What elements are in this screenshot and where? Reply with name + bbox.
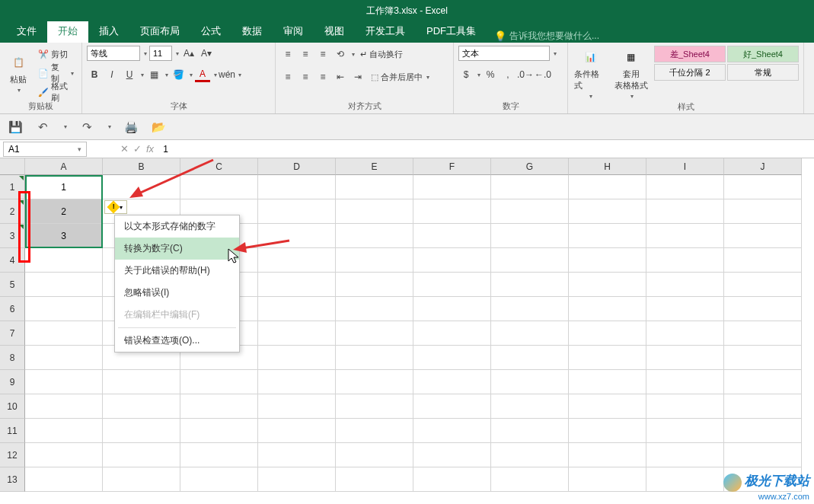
- tab-pagelayout[interactable]: 页面布局: [129, 20, 190, 43]
- formula-input[interactable]: 1: [163, 144, 168, 155]
- row-header-3[interactable]: 3: [0, 224, 25, 248]
- col-header-H[interactable]: H: [569, 158, 646, 175]
- fill-color-icon[interactable]: 🪣: [171, 67, 186, 82]
- redo-icon[interactable]: ↷: [79, 120, 94, 135]
- style-good[interactable]: 好_Sheet4: [727, 46, 799, 62]
- styles-label: 样式: [573, 101, 799, 114]
- row-header-10[interactable]: 10: [0, 394, 25, 419]
- wrap-text-button[interactable]: ↵自动换行: [357, 46, 406, 62]
- row-header-7[interactable]: 7: [0, 321, 25, 346]
- row-header-11[interactable]: 11: [0, 419, 25, 443]
- tell-me[interactable]: 💡 告诉我您想要做什么...: [494, 30, 599, 43]
- format-table-button[interactable]: ▦ 套用 表格格式▾: [611, 46, 651, 101]
- orientation-icon[interactable]: ⟲: [333, 46, 348, 62]
- print-preview-icon[interactable]: 🖨️: [123, 120, 139, 135]
- decrease-font-icon[interactable]: A▾: [199, 46, 214, 61]
- align-left-icon[interactable]: ≡: [280, 69, 295, 85]
- decrease-decimal-icon[interactable]: ←.0: [535, 67, 551, 82]
- paste-button[interactable]: 📋 粘贴 ▾: [5, 46, 32, 100]
- align-right-icon[interactable]: ≡: [315, 69, 330, 85]
- phonetic-icon[interactable]: wén: [219, 67, 235, 82]
- row-header-2[interactable]: 2: [0, 199, 25, 224]
- percent-icon[interactable]: %: [483, 67, 498, 82]
- fx-icon[interactable]: fx: [146, 143, 154, 155]
- tab-view[interactable]: 视图: [314, 20, 355, 43]
- align-center-icon[interactable]: ≡: [298, 69, 313, 85]
- cell-B1[interactable]: [103, 175, 180, 199]
- tab-data[interactable]: 数据: [231, 20, 273, 43]
- row-header-9[interactable]: 9: [0, 370, 25, 394]
- col-header-A[interactable]: A: [25, 158, 103, 175]
- open-icon[interactable]: 📂: [151, 120, 166, 135]
- style-bad[interactable]: 差_Sheet4: [654, 46, 726, 62]
- cell-A2[interactable]: 2: [25, 199, 103, 224]
- format-painter-button[interactable]: 🖌️格式刷: [35, 84, 77, 100]
- tell-me-placeholder: 告诉我您想要做什么...: [509, 30, 599, 43]
- tab-formulas[interactable]: 公式: [190, 20, 231, 43]
- col-header-D[interactable]: D: [258, 158, 336, 175]
- increase-font-icon[interactable]: A▴: [181, 46, 196, 61]
- cut-button[interactable]: ✂️剪切: [35, 46, 77, 62]
- error-indicator-button[interactable]: ▾: [104, 200, 127, 214]
- style-thousand[interactable]: 千位分隔 2: [654, 64, 726, 81]
- col-header-G[interactable]: G: [491, 158, 569, 175]
- number-label: 数字: [458, 100, 563, 113]
- col-header-I[interactable]: I: [646, 158, 724, 175]
- tab-developer[interactable]: 开发工具: [355, 20, 416, 43]
- enter-icon[interactable]: ✓: [133, 143, 142, 155]
- name-box[interactable]: A1 ▾: [3, 142, 87, 157]
- tab-file[interactable]: 文件: [6, 20, 47, 43]
- ribbon: 📋 粘贴 ▾ ✂️剪切 📄复制▾ 🖌️格式刷 剪贴板 ▾ ▾ A▴ A▾: [0, 43, 814, 114]
- row-header-12[interactable]: 12: [0, 443, 25, 467]
- copy-button[interactable]: 📄复制▾: [35, 65, 77, 81]
- undo-icon[interactable]: ↶: [35, 120, 50, 135]
- ctx-convert-to-number[interactable]: 转换为数字(C): [115, 238, 239, 260]
- text-triangle-icon: [19, 200, 24, 205]
- align-top-icon[interactable]: ≡: [280, 46, 295, 62]
- indent-decrease-icon[interactable]: ⇤: [333, 69, 348, 85]
- increase-decimal-icon[interactable]: .0→: [518, 67, 533, 82]
- merge-center-button[interactable]: ⬚合并后居中▾: [368, 69, 433, 85]
- row-header-4[interactable]: 4: [0, 248, 25, 273]
- text-triangle-icon: [19, 225, 24, 229]
- ctx-error-options[interactable]: 错误检查选项(O)...: [115, 330, 239, 352]
- save-icon[interactable]: 💾: [8, 120, 23, 135]
- style-normal[interactable]: 常规: [727, 64, 799, 81]
- col-header-E[interactable]: E: [336, 158, 413, 175]
- col-header-F[interactable]: F: [413, 158, 491, 175]
- tab-review[interactable]: 审阅: [273, 20, 314, 43]
- font-size-combo[interactable]: [149, 46, 172, 61]
- row-header-1[interactable]: 1: [0, 175, 25, 199]
- italic-icon[interactable]: I: [104, 67, 120, 82]
- align-middle-icon[interactable]: ≡: [298, 46, 313, 62]
- cell-A3[interactable]: 3: [25, 224, 103, 248]
- underline-icon[interactable]: U: [122, 67, 137, 82]
- indent-increase-icon[interactable]: ⇥: [350, 69, 366, 85]
- border-icon[interactable]: ▦: [146, 67, 161, 82]
- col-header-C[interactable]: C: [180, 158, 258, 175]
- row-header-13[interactable]: 13: [0, 467, 25, 492]
- comma-icon[interactable]: ,: [500, 67, 516, 82]
- row-header-6[interactable]: 6: [0, 297, 25, 321]
- watermark: 极光下载站 www.xz7.com: [723, 472, 809, 501]
- cancel-icon[interactable]: ✕: [120, 143, 129, 155]
- number-format-combo[interactable]: [458, 46, 550, 61]
- tab-pdf[interactable]: PDF工具集: [416, 20, 487, 43]
- ctx-help[interactable]: 关于此错误的帮助(H): [115, 260, 239, 282]
- ctx-ignore[interactable]: 忽略错误(I): [115, 282, 239, 304]
- conditional-format-button[interactable]: 📊 条件格式▾: [573, 46, 608, 101]
- tab-insert[interactable]: 插入: [88, 20, 129, 43]
- row-header-5[interactable]: 5: [0, 273, 25, 297]
- align-bottom-icon[interactable]: ≡: [315, 46, 330, 62]
- row-header-8[interactable]: 8: [0, 346, 25, 370]
- currency-icon[interactable]: $: [458, 67, 474, 82]
- bold-icon[interactable]: B: [87, 67, 102, 82]
- align-label: 对齐方式: [280, 100, 448, 113]
- cell-A1[interactable]: 1: [25, 175, 103, 199]
- tab-home[interactable]: 开始: [47, 20, 88, 43]
- select-all-corner[interactable]: [0, 158, 25, 175]
- font-color-icon[interactable]: A: [195, 67, 210, 82]
- col-header-J[interactable]: J: [724, 158, 802, 175]
- font-name-combo[interactable]: [87, 46, 140, 61]
- col-header-B[interactable]: B: [103, 158, 180, 175]
